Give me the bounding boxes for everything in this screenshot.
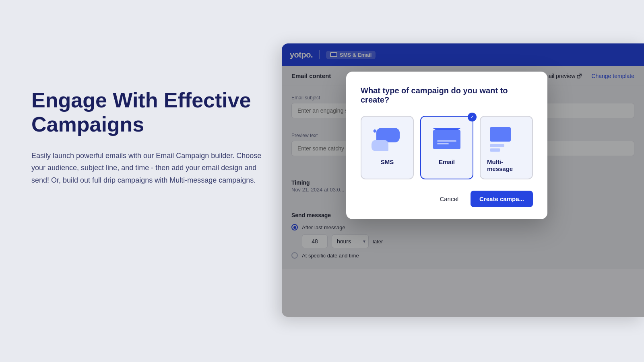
email-option[interactable]: ✓ Email xyxy=(420,116,473,179)
multi-illustration xyxy=(488,125,524,153)
app-window: yotpo. SMS & Email Email content Email p… xyxy=(282,43,644,317)
multi-bar-2 xyxy=(490,148,500,152)
email-illustration xyxy=(431,125,463,153)
multi-message-option[interactable]: Multi-message xyxy=(480,116,533,179)
sms-illustration: ✦ xyxy=(369,125,405,153)
sms-option-label: SMS xyxy=(381,158,394,165)
sms-bubble-small xyxy=(372,140,388,151)
multi-bar-1 xyxy=(490,144,504,147)
campaign-type-modal: What type of campaign do you want to cre… xyxy=(346,72,547,219)
modal-overlay: What type of campaign do you want to cre… xyxy=(282,43,644,317)
create-campaign-button[interactable]: Create campa... xyxy=(471,191,533,207)
hero-body: Easily launch powerful emails with our E… xyxy=(31,150,265,187)
email-envelope-body xyxy=(433,130,460,149)
email-option-label: Email xyxy=(439,158,455,165)
hero-title: Engage With Effective Campaigns xyxy=(31,88,265,137)
email-line-1 xyxy=(437,140,456,142)
multi-env-1 xyxy=(490,127,511,142)
multi-option-label: Multi-message xyxy=(487,158,526,172)
left-panel: Engage With Effective Campaigns Easily l… xyxy=(31,88,265,186)
email-line-2 xyxy=(437,143,449,144)
modal-options: ✦ SMS ✓ xyxy=(361,116,533,179)
email-selected-check: ✓ xyxy=(468,113,477,121)
email-open-lines xyxy=(437,140,456,146)
modal-title: What type of campaign do you want to cre… xyxy=(361,86,533,105)
cancel-button[interactable]: Cancel xyxy=(433,191,465,206)
email-envelope xyxy=(433,128,460,149)
sms-option[interactable]: ✦ SMS xyxy=(361,116,414,179)
modal-footer: Cancel Create campa... xyxy=(361,191,533,207)
